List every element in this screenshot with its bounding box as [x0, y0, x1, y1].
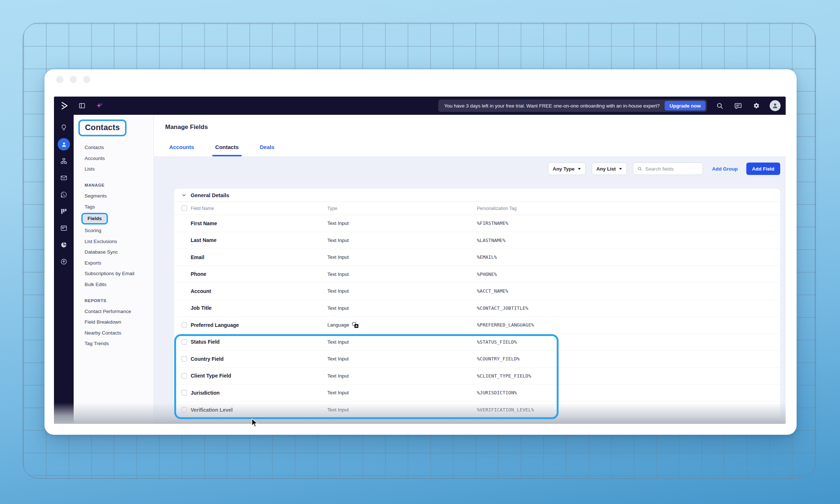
sidebar-item-exports[interactable]: Exports [74, 258, 153, 269]
sidebar-item-accounts-link[interactable]: Accounts [74, 153, 153, 164]
search-icon[interactable] [715, 101, 724, 110]
sidebar-item-fields[interactable]: Fields [83, 215, 106, 223]
sidebar-item-list-exclusions[interactable]: List Exclusions [74, 236, 153, 247]
sidebar-item-tags[interactable]: Tags [74, 202, 153, 212]
field-name: Country Field [191, 356, 223, 362]
row-checkbox[interactable] [182, 407, 187, 413]
tab-accounts[interactable]: Accounts [169, 144, 194, 150]
field-type: Text Input [327, 220, 477, 226]
table-row[interactable]: Job Title Text Input %CONTACT_JOBTITLE% [174, 300, 780, 317]
top-navigation-bar: You have 3 days left in your free trial.… [54, 97, 786, 115]
table-row[interactable]: Preferred Language Language A %PREFERRED… [174, 317, 780, 334]
search-fields-box[interactable] [633, 163, 703, 175]
sidebar-item-database-sync[interactable]: Database Sync [74, 247, 153, 258]
table-row[interactable]: Phone Text Input %PHONE% [174, 266, 780, 283]
search-icon [637, 166, 642, 172]
field-type: Text Input [327, 254, 477, 260]
sidebar-item-conversations[interactable] [54, 186, 74, 203]
sidebar-item-contact-performance[interactable]: Contact Performance [74, 306, 153, 317]
field-tag: %PHONE% [477, 271, 773, 277]
group-header-general-details[interactable]: General Details [174, 189, 780, 202]
app-window: You have 3 days left in your free trial.… [44, 69, 797, 435]
sidebar-section-manage: MANAGE [74, 180, 153, 191]
row-checkbox[interactable] [182, 356, 187, 362]
sidebar-item-getting-started[interactable] [54, 119, 74, 136]
row-checkbox[interactable] [182, 322, 187, 328]
column-field-name: Field Name [191, 206, 214, 211]
sidebar-item-contacts-link[interactable]: Contacts [74, 142, 153, 153]
field-name: Last Name [191, 237, 217, 243]
list-filter-dropdown[interactable]: Any List [592, 163, 627, 175]
row-checkbox[interactable] [182, 339, 187, 345]
select-all-checkbox[interactable] [182, 206, 187, 211]
table-row[interactable]: Account Text Input %ACCT_NAME% [174, 283, 780, 300]
settings-gear-icon[interactable] [751, 101, 761, 110]
sidebar-item-subscriptions-by-email[interactable]: Subscriptions by Email [74, 268, 153, 279]
sidebar-item-campaigns[interactable] [54, 169, 74, 186]
table-row[interactable]: First Name Text Input %FIRSTNAME% [174, 215, 780, 232]
field-type: Text Input [327, 288, 477, 294]
sidebar-item-automations[interactable] [54, 153, 74, 169]
sidebar-item-tag-trends[interactable]: Tag Trends [74, 338, 153, 349]
translate-icon: A [352, 322, 358, 328]
field-type: Text Input [327, 238, 477, 243]
tab-contacts[interactable]: Contacts [215, 144, 238, 150]
sidebar-section-reports: REPORTS [74, 295, 153, 306]
sidebar-item-field-breakdown[interactable]: Field Breakdown [74, 317, 153, 328]
sidebar-title: Contacts [85, 123, 120, 132]
upgrade-now-button[interactable]: Upgrade now [665, 101, 705, 110]
tab-deals[interactable]: Deals [260, 144, 275, 150]
sidebar-item-scoring[interactable]: Scoring [74, 225, 153, 236]
primary-icon-rail [54, 115, 74, 424]
sidebar-item-segments[interactable]: Segments [74, 191, 153, 202]
add-field-button[interactable]: Add Field [746, 163, 781, 175]
field-tag: %CONTACT_JOBTITLE% [477, 305, 773, 311]
group-header-label: General Details [191, 192, 229, 198]
trial-banner: You have 3 days left in your free trial.… [438, 99, 707, 112]
sidebar-item-lists-link[interactable]: Lists [74, 164, 153, 175]
field-tag: %JURISDICTION% [477, 390, 773, 395]
table-row[interactable]: Last Name Text Input %LASTNAME% [174, 232, 780, 249]
sidebar-toggle-icon[interactable] [77, 101, 87, 110]
feedback-chat-icon[interactable] [733, 101, 743, 110]
user-avatar[interactable] [770, 100, 781, 111]
sidebar-item-bulk-edits[interactable]: Bulk Edits [74, 279, 153, 290]
field-name: Account [191, 288, 211, 294]
field-type: Language [327, 322, 349, 328]
table-row[interactable]: Client Type Field Text Input %CLIENT_TYP… [174, 368, 780, 385]
table-row[interactable]: Status Field Text Input %STATUS_FIELD% [174, 334, 780, 351]
sidebar-item-reports[interactable] [54, 237, 74, 253]
row-checkbox[interactable] [182, 390, 187, 395]
field-name: Client Type Field [191, 373, 231, 379]
table-row[interactable]: Country Field Text Input %COUNTRY_FIELD% [174, 351, 780, 368]
field-type: Text Input [327, 339, 477, 345]
contacts-sidebar: Contacts Contacts Accounts Lists MANAGE … [74, 115, 154, 424]
row-checkbox[interactable] [182, 373, 187, 379]
sidebar-item-nearby-contacts[interactable]: Nearby Contacts [74, 328, 153, 339]
trial-banner-text: You have 3 days left in your free trial.… [444, 103, 660, 109]
sidebar-item-deals[interactable] [54, 203, 74, 220]
sidebar-item-apps[interactable] [54, 253, 74, 270]
list-filter-value: Any List [596, 166, 616, 172]
field-tag: %PREFERRED_LANGUAGE% [477, 322, 773, 328]
field-name: Email [191, 254, 204, 260]
type-filter-dropdown[interactable]: Any Type [548, 163, 586, 175]
add-group-button[interactable]: Add Group [712, 166, 738, 172]
ai-sparkle-icon[interactable] [95, 101, 104, 110]
field-name: Status Field [191, 339, 219, 345]
activecampaign-logo-icon[interactable] [60, 101, 69, 110]
sidebar-item-website[interactable] [54, 220, 74, 237]
fields-table-card: General Details Field Name Type Personal… [174, 189, 780, 418]
fields-toolbar: Any Type Any List [174, 161, 780, 176]
sidebar-item-contacts[interactable] [54, 136, 74, 153]
search-fields-input[interactable] [645, 166, 699, 172]
field-tag: %EMAIL% [477, 254, 773, 260]
fields-content: Any Type Any List [154, 157, 786, 424]
field-tag: %CLIENT_TYPE_FIELD% [477, 373, 773, 379]
field-tag: %ACCT_NAME% [477, 288, 773, 294]
table-row[interactable]: Verification Level Text Input %VERIFICAT… [174, 402, 780, 419]
field-tag: %STATUS_FIELD% [477, 339, 773, 345]
table-row[interactable]: Jurisdiction Text Input %JURISDICTION% [174, 384, 780, 402]
field-tag: %LASTNAME% [477, 238, 773, 243]
table-row[interactable]: Email Text Input %EMAIL% [174, 249, 780, 266]
